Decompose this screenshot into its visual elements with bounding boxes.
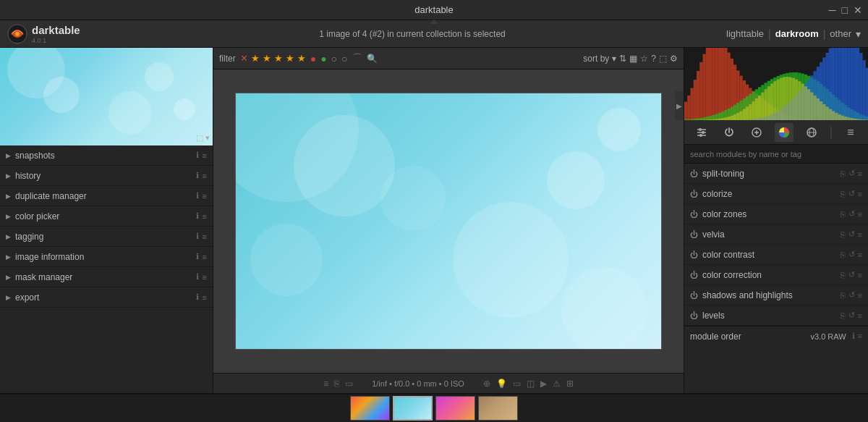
module-menu-icon-sh[interactable]: ≡ bbox=[858, 291, 862, 300]
filter-clear-icon[interactable]: ✕ bbox=[240, 53, 248, 64]
module-menu-icon-levels[interactable]: ≡ bbox=[858, 311, 862, 320]
module-copy-icon-v[interactable]: ⎘ bbox=[841, 230, 846, 239]
section-info-icon[interactable]: ℹ bbox=[196, 151, 199, 160]
filter-color-red[interactable]: ● bbox=[310, 53, 316, 64]
module-power-icon-colorzones[interactable]: ⏻ bbox=[690, 210, 698, 219]
module-reset-icon-sh[interactable]: ↺ bbox=[848, 290, 855, 300]
filter-star-2[interactable]: ★ bbox=[263, 53, 271, 64]
filmstrip-item-4[interactable] bbox=[478, 396, 518, 421]
module-copy-icon-sh[interactable]: ⎘ bbox=[841, 291, 846, 300]
sort-icon-3[interactable]: ☆ bbox=[640, 54, 648, 64]
preview-menu-icon[interactable]: ▾ bbox=[205, 133, 210, 143]
section-menu-icon-h[interactable]: ≡ bbox=[203, 172, 207, 180]
panel-section-history[interactable]: ▶ history ℹ ≡ bbox=[0, 166, 213, 186]
filter-color-none2[interactable]: ○ bbox=[341, 53, 347, 64]
module-menu-icon[interactable]: ≡ bbox=[858, 169, 862, 178]
tb-icon-zoom[interactable]: ⊕ bbox=[483, 379, 490, 389]
module-menu-icon-ccorr[interactable]: ≡ bbox=[858, 271, 862, 279]
section-info-icon-ii[interactable]: ℹ bbox=[196, 252, 199, 261]
filter-star-4[interactable]: ★ bbox=[286, 53, 294, 64]
module-reset-icon-v[interactable]: ↺ bbox=[848, 229, 855, 239]
nav-darkroom[interactable]: darkroom bbox=[775, 28, 819, 39]
module-split-toning[interactable]: ⏻ split-toning ⎘ ↺ ≡ bbox=[684, 164, 868, 184]
module-menu-icon-cz[interactable]: ≡ bbox=[858, 210, 862, 219]
module-color-contrast[interactable]: ⏻ color contrast ⎘ ↺ ≡ bbox=[684, 245, 868, 265]
module-copy-icon-cz[interactable]: ⎘ bbox=[841, 210, 846, 219]
nav-lighttable[interactable]: lighttable bbox=[726, 28, 764, 39]
rt-color-icon[interactable] bbox=[775, 123, 793, 142]
panel-section-export[interactable]: ▶ export ℹ ≡ bbox=[0, 287, 213, 308]
section-menu-icon-d[interactable]: ≡ bbox=[203, 192, 207, 201]
module-power-icon-velvia[interactable]: ⏻ bbox=[690, 230, 698, 239]
rt-menu-icon[interactable]: ≡ bbox=[841, 123, 860, 142]
module-copy-icon-ccorr[interactable]: ⎘ bbox=[841, 271, 846, 279]
module-power-icon-cc[interactable]: ⏻ bbox=[690, 250, 698, 259]
module-reset-icon-cc[interactable]: ↺ bbox=[848, 250, 855, 259]
module-power-icon-ccorr[interactable]: ⏻ bbox=[690, 271, 698, 279]
module-reset-icon-cz[interactable]: ↺ bbox=[848, 209, 855, 219]
module-menu-icon-colorize[interactable]: ≡ bbox=[858, 190, 862, 198]
filmstrip-item-3[interactable] bbox=[435, 396, 475, 421]
module-order-info-icon[interactable]: ℹ bbox=[852, 332, 855, 341]
module-power-icon-sh[interactable]: ⏻ bbox=[690, 291, 698, 300]
close-button[interactable]: ✕ bbox=[854, 4, 862, 16]
panel-section-snapshots[interactable]: ▶ snapshots ℹ ≡ bbox=[0, 145, 213, 166]
section-menu-icon[interactable]: ≡ bbox=[203, 151, 207, 160]
rt-sliders-icon[interactable] bbox=[692, 123, 711, 142]
panel-section-maskmanager[interactable]: ▶ mask manager ℹ ≡ bbox=[0, 267, 213, 287]
module-copy-icon-colorize[interactable]: ⎘ bbox=[841, 190, 846, 198]
module-reset-icon-levels[interactable]: ↺ bbox=[848, 311, 855, 320]
sort-icon-6[interactable]: ⚙ bbox=[670, 54, 678, 64]
preview-expand-icon[interactable]: ⬚ bbox=[196, 133, 203, 143]
module-shadows-highlights[interactable]: ⏻ shadows and highlights ⎘ ↺ ≡ bbox=[684, 285, 868, 305]
section-info-icon-ex[interactable]: ℹ bbox=[196, 292, 199, 302]
search-input[interactable] bbox=[690, 150, 862, 159]
section-menu-icon-ii[interactable]: ≡ bbox=[203, 253, 207, 261]
section-info-icon-cp[interactable]: ℹ bbox=[196, 211, 199, 221]
section-info-icon-d[interactable]: ℹ bbox=[196, 191, 199, 201]
panel-section-colorpicker[interactable]: ▶ color picker ℹ ≡ bbox=[0, 206, 213, 227]
sort-icon-4[interactable]: ? bbox=[651, 54, 656, 64]
tb-icon-clip[interactable]: ◫ bbox=[527, 379, 535, 389]
module-reset-icon-ccorr[interactable]: ↺ bbox=[848, 270, 855, 279]
module-reset-icon-colorize[interactable]: ↺ bbox=[848, 189, 855, 198]
panel-section-tagging[interactable]: ▶ tagging ℹ ≡ bbox=[0, 227, 213, 247]
tb-icon-display[interactable]: ▭ bbox=[345, 379, 353, 389]
tb-icon-rect[interactable]: ▭ bbox=[513, 379, 521, 389]
module-power-icon-colorize[interactable]: ⏻ bbox=[690, 190, 698, 198]
tb-icon-bulb[interactable]: 💡 bbox=[496, 379, 507, 389]
module-menu-icon-cc[interactable]: ≡ bbox=[858, 250, 862, 259]
module-power-icon-levels[interactable]: ⏻ bbox=[690, 311, 698, 320]
rt-power-icon[interactable] bbox=[720, 123, 739, 142]
nav-chevron-icon[interactable]: ▾ bbox=[856, 28, 861, 40]
section-info-icon-h[interactable]: ℹ bbox=[196, 171, 199, 180]
filter-star-3[interactable]: ★ bbox=[274, 53, 283, 64]
module-copy-icon-cc[interactable]: ⎘ bbox=[841, 250, 846, 259]
tb-icon-warn[interactable]: ⚠ bbox=[553, 379, 561, 389]
section-info-icon-t[interactable]: ℹ bbox=[196, 232, 199, 241]
sort-dropdown-icon[interactable]: ▾ bbox=[612, 54, 616, 64]
module-copy-icon-levels[interactable]: ⎘ bbox=[841, 311, 846, 320]
module-reset-icon[interactable]: ↺ bbox=[848, 169, 855, 178]
filter-color-green[interactable]: ● bbox=[320, 53, 326, 64]
sort-icon-1[interactable]: ⇅ bbox=[619, 54, 626, 64]
section-menu-icon-t[interactable]: ≡ bbox=[203, 232, 207, 241]
filter-color-none1[interactable]: ○ bbox=[331, 53, 337, 64]
filter-shape[interactable]: ⌒ bbox=[352, 52, 362, 65]
filmstrip-item-1[interactable] bbox=[350, 396, 390, 421]
minimize-button[interactable]: ─ bbox=[829, 4, 836, 16]
sort-icon-5[interactable]: ⬚ bbox=[659, 54, 667, 64]
section-info-icon-mm[interactable]: ℹ bbox=[196, 272, 199, 282]
module-color-correction[interactable]: ⏻ color correction ⎘ ↺ ≡ bbox=[684, 265, 868, 285]
module-copy-icon[interactable]: ⎘ bbox=[841, 169, 846, 178]
section-menu-icon-cp[interactable]: ≡ bbox=[203, 212, 207, 221]
tb-icon-copy[interactable]: ⎘ bbox=[334, 379, 339, 389]
module-color-zones[interactable]: ⏻ color zones ⎘ ↺ ≡ bbox=[684, 204, 868, 224]
filter-star-1[interactable]: ★ bbox=[251, 53, 260, 64]
module-colorize[interactable]: ⏻ colorize ⎘ ↺ ≡ bbox=[684, 184, 868, 204]
module-power-icon[interactable]: ⏻ bbox=[690, 169, 698, 178]
right-panel-handle[interactable]: ▶ bbox=[675, 91, 684, 120]
filmstrip-item-2[interactable] bbox=[393, 396, 433, 421]
filter-star-5[interactable]: ★ bbox=[297, 53, 306, 64]
tb-icon-grid[interactable]: ⊞ bbox=[566, 379, 574, 389]
